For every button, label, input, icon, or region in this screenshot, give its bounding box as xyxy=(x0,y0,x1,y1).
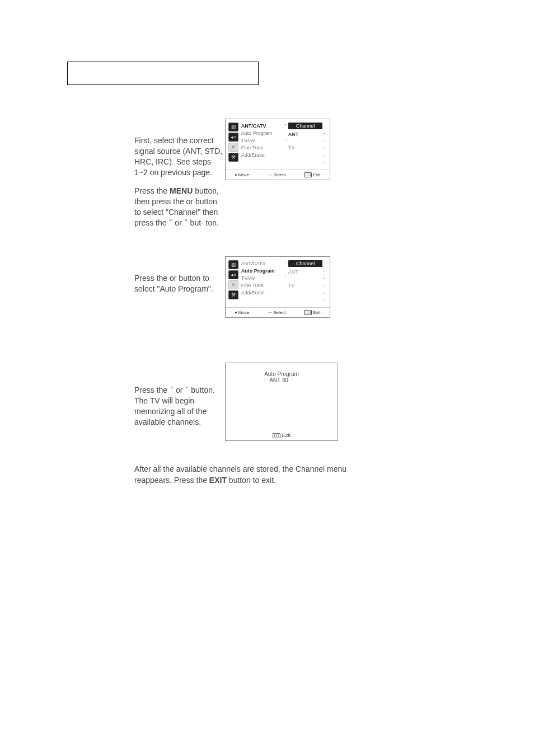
osd-val-3 xyxy=(288,289,322,296)
osd-val-1 xyxy=(288,276,322,283)
osd-item-tvav: TV/AV xyxy=(241,275,283,281)
osd-channel-menu-2: ▥ ◂» ✕ ⚒ ANT/CATV Auto Program TV/AV Fin… xyxy=(225,256,330,318)
step-2-screenshot: ▥ ◂» ✕ ⚒ ANT/CATV Auto Program TV/AV Fin… xyxy=(225,256,330,318)
step-3: Press the ˅ or ˄ button. The TV will beg… xyxy=(67,363,467,441)
picture-tab-icon: ▥ xyxy=(228,260,238,269)
osd-item-antcatv: ANT/CATV xyxy=(241,123,283,129)
osd-item-arrows-left: ˅˅ xyxy=(283,260,288,305)
step-2: Press the or button to select "Auto Prog… xyxy=(67,256,467,335)
osd-tab-icons: ▥ ◂» ✕ ⚒ xyxy=(228,123,239,167)
osd-footer-move: ♦ Move xyxy=(235,310,250,315)
osd-val-4 xyxy=(288,158,322,165)
sound-tab-icon: ◂» xyxy=(228,133,238,142)
osd-channel-menu-1: ▥ ◂» ✕ ⚒ ANT/CATV Auto Program TV/AV Fin… xyxy=(225,119,330,180)
osd-footer-select: ↔ Select xyxy=(268,172,285,177)
channel-tab-icon: ✕ xyxy=(228,280,238,289)
osd-val-0: ANT xyxy=(288,132,322,138)
osd-val-4 xyxy=(288,296,322,303)
step-1-paragraph-a: First, select the correct signal source … xyxy=(134,135,224,178)
section-title-box xyxy=(67,62,259,85)
osd-val-3 xyxy=(288,152,322,158)
step-1-paragraph-b: Press the MENU button, then press the or… xyxy=(134,186,224,228)
channel-tab-icon: ✕ xyxy=(228,143,238,152)
osd-item-finetune: Fine Tune xyxy=(241,144,283,151)
osd-footer-move: ♦ Move xyxy=(235,172,250,177)
osd-item-antcatv: ANT/CATV xyxy=(241,260,283,267)
osd-footer: ♦ Move ↔ Select I I I Exit xyxy=(226,170,330,180)
osd-footer-exit: I I I Exit xyxy=(304,172,320,177)
step-1-screenshot: ▥ ◂» ✕ ⚒ ANT/CATV Auto Program TV/AV Fin… xyxy=(225,119,330,180)
osd-val-2: TV xyxy=(288,283,322,289)
osd2-exit-label: Exit xyxy=(282,433,291,438)
osd-item-arrows-right: ˄˄˄˅˅ xyxy=(322,260,327,305)
osd-item-autoprogram: Auto Program xyxy=(241,130,283,137)
step-4-text: After all the available channels are sto… xyxy=(67,463,467,486)
setup-tab-icon: ⚒ xyxy=(228,290,238,299)
step-3-text: Press the ˅ or ˄ button. The TV will beg… xyxy=(67,363,224,428)
exit-label: EXIT xyxy=(209,476,227,485)
osd-val-1 xyxy=(288,138,322,145)
osd-tab-icons: ▥ ◂» ✕ ⚒ xyxy=(228,260,239,305)
sound-tab-icon: ◂» xyxy=(228,270,238,279)
osd2-title: Auto Program xyxy=(254,371,310,377)
osd-footer-select: ↔ Select xyxy=(268,310,285,315)
osd-item-adderase: Add/Erase xyxy=(241,289,283,296)
osd-item-arrows-left: ˅˅ xyxy=(283,123,288,167)
osd-footer-exit: I I I Exit xyxy=(304,310,320,315)
setup-tab-icon: ⚒ xyxy=(228,153,238,162)
menu-button-icon: I I I xyxy=(273,433,280,438)
osd-val-0: ANT xyxy=(288,269,322,276)
osd-footer: ♦ Move ↔ Select I I I Exit xyxy=(226,307,330,317)
step-2-text: Press the or button to select "Auto Prog… xyxy=(67,256,224,294)
picture-tab-icon: ▥ xyxy=(228,123,238,132)
step-1-text: First, select the correct signal source … xyxy=(67,119,224,228)
osd-item-adderase: Add/Erase xyxy=(241,152,283,158)
osd-item-autoprogram: Auto Program xyxy=(241,267,283,274)
osd2-footer: I I IExit xyxy=(226,433,338,438)
menu-label: MENU xyxy=(170,186,193,195)
osd2-value: ANT 30 xyxy=(254,377,310,383)
osd-right-column: Channel ANT TV xyxy=(288,260,322,305)
manual-page: First, select the correct signal source … xyxy=(0,0,534,756)
osd-menu-list: ANT/CATV Auto Program TV/AV Fine Tune Ad… xyxy=(239,123,283,167)
osd-title: Channel xyxy=(288,123,323,129)
step-3-screenshot: Auto Program ANT 30 I I IExit xyxy=(225,363,338,441)
osd-menu-list: ANT/CATV Auto Program TV/AV Fine Tune Ad… xyxy=(239,260,283,305)
osd-item-finetune: Fine Tune xyxy=(241,282,283,289)
osd-title: Channel xyxy=(288,260,323,267)
step-1: First, select the correct signal source … xyxy=(67,119,467,228)
osd-item-arrows-right: ˄˄˅˅˄ xyxy=(322,123,327,167)
osd-val-2: TV xyxy=(288,145,322,152)
osd-item-tvav: TV/AV xyxy=(241,137,283,144)
osd-right-column: Channel ANT TV xyxy=(288,123,322,167)
osd-autoprogram-progress: Auto Program ANT 30 I I IExit xyxy=(225,363,338,441)
